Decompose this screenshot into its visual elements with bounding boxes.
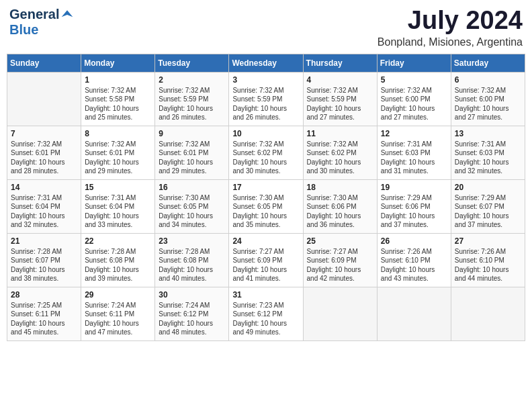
cell-content: Sunrise: 7:29 AM Sunset: 6:07 PM Dayligh… (455, 193, 521, 230)
weekday-header-thursday: Thursday (303, 54, 377, 72)
calendar-cell: 23Sunrise: 7:28 AM Sunset: 6:08 PM Dayli… (155, 233, 229, 287)
day-number: 7 (11, 129, 77, 138)
day-number: 24 (232, 236, 299, 246)
logo-blue: Blue (9, 22, 38, 37)
calendar-week-row: 14Sunrise: 7:31 AM Sunset: 6:04 PM Dayli… (7, 179, 525, 233)
calendar-cell: 18Sunrise: 7:30 AM Sunset: 6:06 PM Dayli… (303, 179, 377, 233)
cell-content: Sunrise: 7:32 AM Sunset: 6:00 PM Dayligh… (381, 86, 447, 122)
cell-content: Sunrise: 7:31 AM Sunset: 6:03 PM Dayligh… (455, 140, 521, 176)
cell-content: Sunrise: 7:32 AM Sunset: 6:02 PM Dayligh… (307, 140, 373, 176)
calendar-cell: 22Sunrise: 7:28 AM Sunset: 6:08 PM Dayli… (81, 233, 155, 287)
cell-content: Sunrise: 7:24 AM Sunset: 6:12 PM Dayligh… (159, 301, 225, 337)
logo: General Blue (9, 7, 74, 38)
calendar-table: SundayMondayTuesdayWednesdayThursdayFrid… (7, 54, 525, 341)
calendar-cell: 13Sunrise: 7:31 AM Sunset: 6:03 PM Dayli… (451, 126, 525, 179)
cell-content: Sunrise: 7:26 AM Sunset: 6:10 PM Dayligh… (381, 247, 447, 283)
day-number: 27 (455, 236, 521, 246)
calendar-cell (303, 287, 377, 340)
day-number: 14 (11, 183, 77, 192)
calendar-week-row: 1Sunrise: 7:32 AM Sunset: 5:58 PM Daylig… (7, 72, 525, 126)
day-number: 28 (11, 290, 77, 300)
title-block: July 2024 Bonpland, Misiones, Argentina (378, 7, 523, 48)
calendar-week-row: 21Sunrise: 7:28 AM Sunset: 6:07 PM Dayli… (7, 233, 525, 287)
calendar-week-row: 28Sunrise: 7:25 AM Sunset: 6:11 PM Dayli… (7, 287, 525, 340)
day-number: 31 (232, 290, 299, 300)
day-number: 12 (381, 129, 447, 138)
month-year-title: July 2024 (378, 7, 523, 35)
cell-content: Sunrise: 7:32 AM Sunset: 6:00 PM Dayligh… (455, 86, 521, 122)
calendar-cell: 12Sunrise: 7:31 AM Sunset: 6:03 PM Dayli… (377, 126, 451, 179)
calendar-cell: 19Sunrise: 7:29 AM Sunset: 6:06 PM Dayli… (377, 179, 451, 233)
calendar-cell: 4Sunrise: 7:32 AM Sunset: 5:59 PM Daylig… (303, 72, 377, 126)
cell-content: Sunrise: 7:29 AM Sunset: 6:06 PM Dayligh… (381, 193, 447, 230)
calendar-cell: 28Sunrise: 7:25 AM Sunset: 6:11 PM Dayli… (7, 287, 81, 340)
page-header: General Blue July 2024 Bonpland, Misione… (7, 7, 525, 48)
day-number: 19 (381, 183, 447, 192)
calendar-cell (7, 72, 81, 126)
day-number: 18 (307, 183, 373, 192)
day-number: 6 (455, 75, 521, 85)
day-number: 29 (85, 290, 151, 300)
calendar-cell: 30Sunrise: 7:24 AM Sunset: 6:12 PM Dayli… (155, 287, 229, 340)
day-number: 16 (159, 183, 225, 192)
calendar-cell: 9Sunrise: 7:32 AM Sunset: 6:01 PM Daylig… (155, 126, 229, 179)
cell-content: Sunrise: 7:30 AM Sunset: 6:05 PM Dayligh… (159, 193, 225, 230)
cell-content: Sunrise: 7:24 AM Sunset: 6:11 PM Dayligh… (85, 301, 151, 337)
cell-content: Sunrise: 7:32 AM Sunset: 6:02 PM Dayligh… (232, 140, 299, 176)
cell-content: Sunrise: 7:32 AM Sunset: 5:58 PM Dayligh… (85, 86, 151, 122)
calendar-cell: 15Sunrise: 7:31 AM Sunset: 6:04 PM Dayli… (81, 179, 155, 233)
calendar-cell: 25Sunrise: 7:27 AM Sunset: 6:09 PM Dayli… (303, 233, 377, 287)
day-number: 17 (232, 183, 299, 192)
cell-content: Sunrise: 7:28 AM Sunset: 6:08 PM Dayligh… (85, 247, 151, 283)
cell-content: Sunrise: 7:26 AM Sunset: 6:10 PM Dayligh… (455, 247, 521, 283)
weekday-header-monday: Monday (81, 54, 155, 72)
cell-content: Sunrise: 7:31 AM Sunset: 6:03 PM Dayligh… (381, 140, 447, 176)
day-number: 30 (159, 290, 225, 300)
calendar-cell: 7Sunrise: 7:32 AM Sunset: 6:01 PM Daylig… (7, 126, 81, 179)
day-number: 3 (232, 75, 299, 85)
cell-content: Sunrise: 7:32 AM Sunset: 5:59 PM Dayligh… (232, 86, 299, 122)
day-number: 11 (307, 129, 373, 138)
cell-content: Sunrise: 7:25 AM Sunset: 6:11 PM Dayligh… (11, 301, 77, 337)
cell-content: Sunrise: 7:30 AM Sunset: 6:05 PM Dayligh… (232, 193, 299, 230)
calendar-cell: 8Sunrise: 7:32 AM Sunset: 6:01 PM Daylig… (81, 126, 155, 179)
day-number: 22 (85, 236, 151, 246)
day-number: 10 (232, 129, 299, 138)
calendar-cell: 27Sunrise: 7:26 AM Sunset: 6:10 PM Dayli… (451, 233, 525, 287)
cell-content: Sunrise: 7:28 AM Sunset: 6:08 PM Dayligh… (159, 247, 225, 283)
logo-bird-icon (60, 9, 74, 21)
cell-content: Sunrise: 7:32 AM Sunset: 6:01 PM Dayligh… (159, 140, 225, 176)
cell-content: Sunrise: 7:27 AM Sunset: 6:09 PM Dayligh… (307, 247, 373, 283)
day-number: 8 (85, 129, 151, 138)
calendar-cell (377, 287, 451, 340)
calendar-cell: 29Sunrise: 7:24 AM Sunset: 6:11 PM Dayli… (81, 287, 155, 340)
day-number: 15 (85, 183, 151, 192)
calendar-cell: 20Sunrise: 7:29 AM Sunset: 6:07 PM Dayli… (451, 179, 525, 233)
cell-content: Sunrise: 7:31 AM Sunset: 6:04 PM Dayligh… (11, 193, 77, 230)
cell-content: Sunrise: 7:32 AM Sunset: 5:59 PM Dayligh… (159, 86, 225, 122)
cell-content: Sunrise: 7:32 AM Sunset: 5:59 PM Dayligh… (307, 86, 373, 122)
calendar-cell: 2Sunrise: 7:32 AM Sunset: 5:59 PM Daylig… (155, 72, 229, 126)
day-number: 13 (455, 129, 521, 138)
day-number: 4 (307, 75, 373, 85)
weekday-header-saturday: Saturday (451, 54, 525, 72)
calendar-cell (451, 287, 525, 340)
day-number: 25 (307, 236, 373, 246)
day-number: 23 (159, 236, 225, 246)
day-number: 9 (159, 129, 225, 138)
weekday-header-sunday: Sunday (7, 54, 81, 72)
calendar-cell: 10Sunrise: 7:32 AM Sunset: 6:02 PM Dayli… (229, 126, 303, 179)
calendar-cell: 17Sunrise: 7:30 AM Sunset: 6:05 PM Dayli… (229, 179, 303, 233)
calendar-cell: 1Sunrise: 7:32 AM Sunset: 5:58 PM Daylig… (81, 72, 155, 126)
calendar-cell: 6Sunrise: 7:32 AM Sunset: 6:00 PM Daylig… (451, 72, 525, 126)
calendar-cell: 5Sunrise: 7:32 AM Sunset: 6:00 PM Daylig… (377, 72, 451, 126)
weekday-header-friday: Friday (377, 54, 451, 72)
calendar-cell: 3Sunrise: 7:32 AM Sunset: 5:59 PM Daylig… (229, 72, 303, 126)
cell-content: Sunrise: 7:32 AM Sunset: 6:01 PM Dayligh… (11, 140, 77, 176)
weekday-header-tuesday: Tuesday (155, 54, 229, 72)
calendar-week-row: 7Sunrise: 7:32 AM Sunset: 6:01 PM Daylig… (7, 126, 525, 179)
cell-content: Sunrise: 7:31 AM Sunset: 6:04 PM Dayligh… (85, 193, 151, 230)
weekday-header-row: SundayMondayTuesdayWednesdayThursdayFrid… (7, 54, 525, 72)
calendar-cell: 16Sunrise: 7:30 AM Sunset: 6:05 PM Dayli… (155, 179, 229, 233)
day-number: 1 (85, 75, 151, 85)
